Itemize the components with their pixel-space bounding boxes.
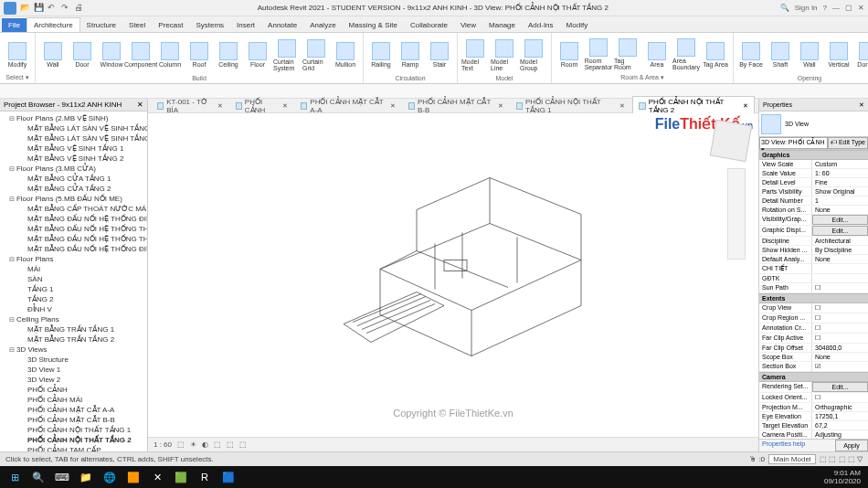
- prop-value[interactable]: ☐: [812, 313, 868, 323]
- prop-value[interactable]: [812, 264, 868, 273]
- prop-row[interactable]: Target Elevation67,2: [759, 421, 868, 430]
- ribbon-btn-door[interactable]: Door: [69, 42, 96, 68]
- taskbar-app-button[interactable]: R: [194, 468, 216, 486]
- view-tab-close-icon[interactable]: ✕: [743, 102, 748, 110]
- taskbar-app-button[interactable]: ⊞: [4, 468, 26, 486]
- prop-value[interactable]: None: [812, 255, 868, 263]
- ribbon-tab-collaborate[interactable]: Collaborate: [404, 18, 454, 32]
- prop-value[interactable]: By Discipline: [812, 246, 868, 254]
- qat-open-icon[interactable]: 📂: [20, 3, 31, 14]
- tree-node[interactable]: 3D Views: [0, 345, 147, 355]
- ribbon-btn-ceiling[interactable]: Ceiling: [215, 42, 242, 68]
- prop-value[interactable]: Adjusting: [812, 430, 868, 439]
- view-tab-close-icon[interactable]: ✕: [390, 102, 396, 110]
- tree-node[interactable]: 3D Structure: [0, 355, 147, 365]
- vc-icon[interactable]: ⬚: [177, 440, 185, 449]
- prop-row[interactable]: View ScaleCustom: [759, 160, 868, 169]
- prop-value[interactable]: 1: [812, 196, 868, 205]
- tree-node[interactable]: 3D View 1: [0, 365, 147, 375]
- tree-node[interactable]: ĐỈNH V: [0, 304, 147, 314]
- ribbon-tab-systems[interactable]: Systems: [189, 18, 230, 32]
- tree-node[interactable]: PHỐI CẢNH MẶT CẮT A-A: [0, 405, 147, 415]
- prop-row[interactable]: Rendering Set...Edit...: [759, 382, 868, 393]
- qat-redo-icon[interactable]: ↷: [61, 3, 72, 14]
- tree-node[interactable]: MẶT BẰNG TRẦN TẦNG 1: [0, 324, 147, 334]
- ribbon-btn-mullion[interactable]: Mullion: [332, 42, 359, 68]
- prop-value[interactable]: Architectural: [812, 237, 868, 245]
- prop-section-header[interactable]: Extents: [759, 293, 868, 303]
- prop-row[interactable]: GĐTK: [759, 274, 868, 283]
- view-canvas[interactable]: FileThiết Kế.vn: [148, 113, 758, 437]
- ribbon-btn-component[interactable]: Component: [127, 42, 154, 68]
- properties-help-link[interactable]: Properties help: [759, 440, 835, 451]
- prop-row[interactable]: Scope BoxNone: [759, 353, 868, 362]
- prop-row[interactable]: Eye Elevation17250,1: [759, 412, 868, 421]
- prop-value[interactable]: 1: 60: [812, 169, 868, 177]
- vc-icon[interactable]: ☀: [190, 440, 196, 449]
- prop-value[interactable]: Fine: [812, 178, 868, 186]
- prop-row[interactable]: Scale Value1: 60: [759, 169, 868, 178]
- ribbon-btn-curtain-grid[interactable]: Curtain Grid: [302, 39, 330, 71]
- tree-node[interactable]: Floor Plans (3.MB CỬA): [0, 164, 147, 174]
- view-tab-close-icon[interactable]: ✕: [619, 102, 625, 110]
- ribbon-btn-area-boundary[interactable]: Area Boundary: [672, 38, 700, 70]
- ribbon-btn-ramp[interactable]: Ramp: [397, 42, 424, 68]
- view-tab[interactable]: KT-001 - TỜ BÌA✕: [152, 97, 228, 115]
- view-tab[interactable]: PHỐI CẢNH MẶT CẮT A-A✕: [295, 97, 401, 115]
- qat-save-icon[interactable]: 💾: [34, 3, 45, 14]
- close-panel-icon[interactable]: ✕: [859, 101, 864, 109]
- taskbar-app-button[interactable]: 🌐: [99, 468, 121, 486]
- tree-node[interactable]: TẦNG 1: [0, 284, 147, 294]
- tree-node[interactable]: MẶT BẰNG CỬA TẦNG 2: [0, 184, 147, 194]
- tree-node[interactable]: PHỐI CẢNH MÁI: [0, 395, 147, 405]
- prop-value[interactable]: ☐: [812, 393, 868, 402]
- prop-value[interactable]: ☐: [812, 283, 868, 292]
- ribbon-tab-massing-site[interactable]: Massing & Site: [343, 18, 404, 32]
- ribbon-tab-modify[interactable]: Modify: [560, 18, 595, 32]
- view-tab-close-icon[interactable]: ✕: [498, 102, 503, 110]
- navigation-bar[interactable]: [727, 168, 746, 260]
- tree-node[interactable]: Floor Plans (5.MB ĐẤU NỐI ME): [0, 194, 147, 204]
- ribbon-btn-room-separator[interactable]: Room Separator: [585, 38, 612, 70]
- prop-row[interactable]: Crop View☐: [759, 303, 868, 313]
- prop-value[interactable]: 17250,1: [812, 412, 868, 420]
- ribbon-btn-wall[interactable]: Wall: [39, 42, 67, 68]
- ribbon-tab-add-ins[interactable]: Add-Ins: [522, 18, 560, 32]
- prop-section-header[interactable]: Graphics: [759, 150, 868, 160]
- tree-node[interactable]: PHỐI CẢNH MẶT CẮT B-B: [0, 415, 147, 425]
- viewcube[interactable]: [710, 120, 752, 162]
- prop-row[interactable]: Graphic Displ...Edit...: [759, 226, 868, 237]
- close-panel-icon[interactable]: ✕: [137, 101, 143, 109]
- ribbon-tab-file[interactable]: File: [2, 18, 26, 32]
- tree-node[interactable]: SÀN: [0, 274, 147, 284]
- ribbon-btn-model-line[interactable]: Model Line: [491, 39, 518, 71]
- taskbar-app-button[interactable]: 🟦: [217, 468, 239, 486]
- vc-icon[interactable]: ⬚: [214, 440, 221, 449]
- prop-value[interactable]: Edit...: [812, 226, 868, 236]
- tree-node[interactable]: Floor Plans: [0, 254, 147, 264]
- maximize-icon[interactable]: ▢: [845, 4, 852, 12]
- ribbon-btn-stair[interactable]: Stair: [426, 42, 453, 68]
- prop-value[interactable]: Show Original: [812, 187, 868, 196]
- taskbar-app-button[interactable]: 🟧: [122, 468, 144, 486]
- tree-node[interactable]: MẶT BẰNG LÁT SÀN VỆ SINH TẦNG 2: [0, 133, 147, 143]
- ribbon-btn-curtain-system[interactable]: Curtain System: [273, 39, 301, 71]
- tree-node[interactable]: MẶT BẰNG ĐẤU NỐI HỆ THỐNG ĐIỆN: [0, 214, 147, 224]
- ribbon-btn-wall[interactable]: Wall: [796, 42, 823, 68]
- tree-node[interactable]: MẶT BẰNG CẤP THOÁT NƯỚC MÁI: [0, 204, 147, 214]
- ribbon-btn-vertical[interactable]: Vertical: [825, 42, 852, 68]
- ribbon-tab-view[interactable]: View: [454, 18, 482, 32]
- properties-grid[interactable]: GraphicsView ScaleCustomScale Value1: 60…: [759, 150, 868, 439]
- qat-undo-icon[interactable]: ↶: [48, 3, 58, 14]
- prop-value[interactable]: ☐: [812, 334, 868, 343]
- view-tab-close-icon[interactable]: ✕: [282, 102, 288, 110]
- vc-icon[interactable]: ⬚: [239, 440, 247, 449]
- tree-node[interactable]: PHỐI CẢNH NỘI THẤT TẦNG 2: [0, 435, 147, 445]
- ribbon-btn-tag-area[interactable]: Tag Area: [702, 42, 729, 68]
- tree-node[interactable]: Floor Plans (2.MB VỆ SINH): [0, 113, 147, 123]
- ribbon-btn-railing[interactable]: Railing: [367, 42, 395, 68]
- prop-row[interactable]: Sun Path☐: [759, 283, 868, 293]
- prop-row[interactable]: Camera Positi...Adjusting: [759, 430, 868, 439]
- tree-node[interactable]: 3D View 2: [0, 375, 147, 385]
- tree-node[interactable]: PHỐI CẢNH TAM CẤP: [0, 445, 147, 451]
